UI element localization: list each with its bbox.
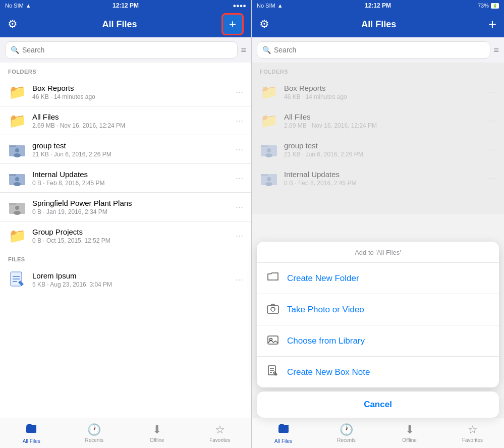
left-add-button[interactable]: + [221,13,244,35]
more-button[interactable]: ··· [236,144,243,155]
more-button[interactable]: ··· [236,202,243,212]
left-files-label: FILES [0,250,251,265]
right-panel: No SIM ▲ 12:12 PM 73% 🔋 ⚙ All Files + 🔍 … [252,0,504,448]
left-status-bar: No SIM ▲ 12:12 PM ●●●● [0,0,251,11]
left-filter-icon[interactable]: ≡ [241,45,246,55]
right-status-network: No SIM ▲ [257,3,283,9]
tab-all-files[interactable]: All Files [0,419,63,447]
right-search-bar[interactable]: 🔍 [257,41,490,59]
tab-offline[interactable]: ⬇ Offline [126,420,189,446]
action-sheet: Add to 'All Files' Create New Folder [257,242,499,387]
shared-folder-icon [8,140,26,158]
right-offline-tab-icon: ⬇ [405,423,414,436]
more-button[interactable]: ··· [236,231,243,241]
file-info: Box Reports 46 KB · 14 minutes ago [284,84,482,100]
folder-icon: 📁 [260,83,278,101]
file-name: Lorem Ipsum [32,271,230,280]
folder-icon: 📁 [8,111,26,130]
left-search-container: 🔍 ≡ [0,37,251,63]
file-name: group test [284,141,482,150]
list-item[interactable]: 📁 Box Reports 46 KB · 14 minutes ago ··· [0,78,251,106]
file-info: Box Reports 46 KB · 14 minutes ago [32,84,230,100]
left-tab-bar: All Files 🕐 Recents ⬇ Offline ☆ Favorite… [0,418,251,448]
right-all-files-tab-icon [277,422,290,437]
right-favorites-tab-icon: ☆ [468,423,478,436]
list-item[interactable]: Lorem Ipsum 5 KB · Aug 23, 2016, 3:04 PM… [0,265,251,294]
file-meta: 0 B · Feb 8, 2016, 2:45 PM [32,180,230,187]
right-status-time: 12:12 PM [365,2,391,9]
left-status-time: 12:12 PM [113,2,139,9]
more-button[interactable]: ··· [236,173,243,184]
create-box-note-item[interactable]: Create New Box Note [257,357,499,387]
file-meta: 2.69 MB · Nov 16, 2016, 12:24 PM [32,122,230,129]
battery-icon: 🔋 [491,3,499,9]
file-info: group test 21 KB · Jun 6, 2016, 2:26 PM [284,141,482,158]
right-filter-icon[interactable]: ≡ [493,45,499,55]
file-info: Lorem Ipsum 5 KB · Aug 23, 2016, 3:04 PM [32,271,230,288]
left-search-input[interactable] [22,46,232,54]
left-panel: No SIM ▲ 12:12 PM ●●●● ⚙ All Files + 🔍 ≡… [0,0,252,448]
all-files-tab-icon [25,422,37,437]
file-info: Springfield Power Plant Plans 0 B · Jan … [32,199,230,215]
file-meta: 21 KB · Jun 6, 2016, 2:26 PM [284,151,482,158]
file-name: Internal Updates [284,170,482,179]
right-search-input[interactable] [274,46,485,54]
right-tab-offline[interactable]: ⬇ Offline [378,420,441,446]
action-sheet-title: Add to 'All Files' [257,242,499,263]
more-button[interactable]: ··· [236,87,243,97]
right-tab-all-files[interactable]: All Files [252,419,315,447]
more-button[interactable]: ··· [236,274,243,285]
svg-point-3 [14,153,21,157]
file-meta: 5 KB · Aug 23, 2016, 3:04 PM [32,281,230,288]
left-search-bar[interactable]: 🔍 [5,41,238,59]
svg-point-11 [14,211,21,215]
svg-point-2 [15,148,19,152]
list-item[interactable]: group test 21 KB · Jun 6, 2016, 2:26 PM … [0,135,251,164]
choose-library-item[interactable]: Choose from Library [257,325,499,357]
svg-rect-1 [9,145,16,147]
tab-favorites[interactable]: ☆ Favorites [189,420,252,446]
create-folder-label: Create New Folder [287,273,359,284]
list-item[interactable]: 📁 All Files 2.69 MB · Nov 16, 2016, 12:2… [0,106,251,135]
svg-rect-5 [9,174,16,176]
right-tab-recents[interactable]: 🕐 Recents [315,420,378,446]
right-offline-tab-label: Offline [402,437,417,443]
svg-rect-34 [278,426,289,433]
more-button: ··· [488,144,496,155]
more-button[interactable]: ··· [236,116,243,126]
left-search-icon: 🔍 [11,46,19,54]
svg-rect-19 [261,145,268,147]
tab-recents[interactable]: 🕐 Recents [63,420,126,446]
right-tab-bar: All Files 🕐 Recents ⬇ Offline ☆ Favorite… [252,418,504,448]
svg-point-6 [15,177,19,181]
svg-rect-17 [26,426,36,433]
list-item[interactable]: 📁 Group Projects 0 B · Oct 15, 2015, 12:… [0,221,251,250]
shared-folder-icon [8,169,26,187]
right-tab-favorites[interactable]: ☆ Favorites [441,420,504,446]
take-photo-label: Take Photo or Video [287,305,364,315]
right-recents-tab-label: Recents [337,437,356,443]
file-meta: 46 KB · 14 minutes ago [284,93,482,100]
file-name: All Files [284,113,482,121]
list-item[interactable]: Internal Updates 0 B · Feb 8, 2016, 2:45… [0,164,251,193]
create-new-folder-item[interactable]: Create New Folder [257,263,499,294]
right-recents-tab-icon: 🕐 [340,423,353,436]
file-name: Group Projects [32,228,230,236]
svg-point-25 [265,182,272,186]
recents-tab-icon: 🕐 [87,423,101,436]
file-name: Box Reports [284,84,482,92]
left-gear-button[interactable]: ⚙ [8,18,18,31]
more-button: ··· [488,87,496,97]
cancel-button[interactable]: Cancel [257,391,499,418]
take-photo-item[interactable]: Take Photo or Video [257,294,499,325]
file-name: Internal Updates [32,170,230,179]
list-item[interactable]: Springfield Power Plant Plans 0 B · Jan … [0,193,251,221]
right-gear-button[interactable]: ⚙ [259,18,269,31]
choose-library-label: Choose from Library [287,336,365,346]
right-add-button[interactable]: + [488,16,496,32]
action-sheet-wrapper: Add to 'All Files' Create New Folder [257,242,499,418]
note-icon [8,270,26,289]
file-name: Springfield Power Plant Plans [32,199,230,207]
file-meta: 21 KB · Jun 6, 2016, 2:26 PM [32,151,230,158]
file-name: Box Reports [32,84,230,92]
